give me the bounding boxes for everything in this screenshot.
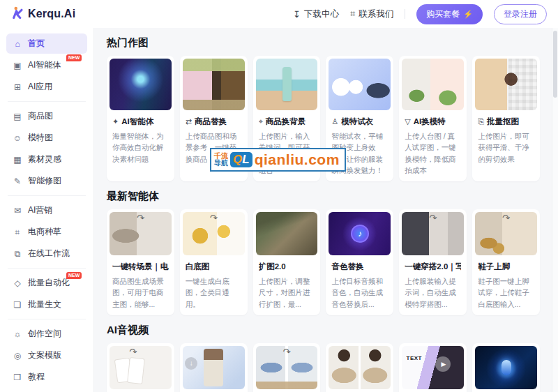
card-title-text: 一键转场景｜电... [112, 262, 169, 272]
card-grid: ↷一键转场景｜电...商品图生成场景图，可用于电商主图，能够...↷白底图一键生… [107, 209, 540, 315]
sidebar-item-1-1[interactable]: ☺模特图 [6, 128, 87, 148]
section-2: 最新智能体↷一键转场景｜电...商品图生成场景图，可用于电商主图，能够...↷白… [107, 190, 540, 315]
focus-icon: ⌖ [259, 117, 263, 126]
sidebar-item-1-3[interactable]: ✎智能修图 [6, 171, 87, 191]
logo-text: Kerqu.Ai [28, 8, 75, 20]
sidebar-item-2-0[interactable]: ✉AI营销 [6, 200, 87, 220]
watermark-domain: qianliu.com [255, 151, 340, 168]
header-divider [405, 9, 405, 19]
scrollbar-thumb[interactable] [553, 31, 557, 98]
tool-card[interactable]: 扩图2.0上传图片，调整尺寸，对图片进行扩图，最... [253, 209, 321, 315]
outfit-swap-thumbnail: ↷ [402, 212, 464, 255]
section-title: AI音视频 [107, 324, 540, 337]
sidebar-item-3-0[interactable]: ◇批量自动化NEW [6, 273, 87, 293]
person-icon: ♙ [331, 117, 338, 126]
text-video-thumbnail: ▶TEXT [402, 346, 464, 389]
sidebar-item-label: 智能修图 [28, 175, 61, 187]
forest-expand-thumbnail [256, 212, 318, 255]
tool-card[interactable]: 视频对口型2.0根据音频自动生成对口型的视频，时长不限。 [326, 343, 393, 392]
card-description: 上传目标音频和音色，自动生成音色替换后... [331, 276, 388, 310]
contact-icon: ⌗ [350, 8, 355, 20]
arrow-icon: ↷ [137, 213, 144, 223]
sidebar-divider [8, 195, 86, 196]
ql-badge: QL [230, 152, 252, 167]
card-title: ✦AI智能体 [112, 116, 169, 127]
diamond-icon: ▽ [405, 117, 410, 126]
sidebar-item-0-0[interactable]: ⌂首页 [6, 33, 87, 54]
image-video-thumbnail: ↷ [256, 346, 318, 389]
shoes-legs-thumbnail: ↷ [475, 212, 537, 255]
sidebar-item-label: 批量自动化 [28, 277, 70, 289]
card-title-text: 扩图2.0 [259, 262, 286, 272]
login-register-button[interactable]: 登录注册 [494, 4, 547, 24]
tool-card[interactable]: ↷一键转场景｜电...商品图生成场景图，可用于电商主图，能够... [107, 209, 174, 315]
tool-card[interactable]: ✦AI智能体海量智能体，为你高效自动化解决素材问题 [107, 56, 174, 181]
sidebar-item-4-2[interactable]: ❒教程 [6, 367, 87, 387]
sidebar-item-label: 电商种草 [28, 226, 61, 238]
sidebar-item-label: 素材灵感 [28, 153, 61, 165]
tool-card[interactable]: ↓数字人3.0上传照片、音频或输入内容，轻松生成数字... [180, 343, 248, 392]
copy-template-icon: ◎ [13, 351, 22, 361]
sidebar-item-2-2[interactable]: ⧉在线工作流 [6, 243, 87, 264]
card-description: 海量智能体，为你高效自动化解决素材问题 [112, 130, 169, 165]
card-description: 一键生成白底图，全类目通用。 [186, 276, 242, 310]
arrow-icon: ↷ [129, 347, 137, 357]
sidebar-item-label: AI智能体 [28, 59, 61, 71]
sidebar-item-label: 商品图 [28, 110, 53, 122]
ecommerce-icon: ⌗ [13, 227, 22, 237]
logo-icon [11, 6, 24, 22]
page: Kerqu.Ai ↧ 下载中心 ⌗ 联系我们 购买套餐 ⚡ 登录注册 ⌂首页▣A… [0, 0, 558, 392]
buy-package-button[interactable]: 购买套餐 ⚡ [416, 4, 483, 24]
sidebar-item-label: 批量生文 [28, 299, 61, 310]
download-icon: ↧ [293, 9, 301, 20]
tool-card[interactable]: ↷一键穿搭2.0｜写...上传服装输入提示词，自动生成模特穿搭图... [399, 209, 467, 315]
card-title: ⎘批量抠图 [478, 116, 534, 127]
sidebar-item-label: 创作空间 [28, 328, 61, 340]
beach-bottle-thumbnail [256, 59, 318, 110]
card-title: ⇄商品替换 [186, 116, 242, 127]
model-image-icon: ☺ [13, 133, 22, 143]
card-title: 扩图2.0 [259, 262, 315, 272]
agent-icon: ▣ [13, 61, 22, 70]
contact-us-link[interactable]: ⌗ 联系我们 [350, 8, 393, 20]
tool-card[interactable]: ↷图生视频输入描述动作、画面后生成视频 [253, 343, 321, 392]
card-title-text: 模特试衣 [341, 116, 373, 127]
arrow-icon: ↷ [502, 213, 510, 223]
download-center-link[interactable]: ↧ 下载中心 [293, 8, 339, 20]
tool-card[interactable]: ↷白底图一键生成白底图，全类目通用。 [180, 209, 248, 315]
tool-card[interactable]: ↷首尾帧视频上传首帧图片和尾帧图片，输入提示词，生... [107, 343, 174, 392]
tutorial-icon: ❒ [13, 372, 22, 382]
qianliu-watermark: 千流 导航 QL qianliu.com [210, 148, 346, 172]
tool-card[interactable]: ♪音色替换上传目标音频和音色，自动生成音色替换后... [326, 209, 393, 315]
tool-card[interactable]: ↷鞋子上脚鞋子图一键上脚试穿，上传鞋子白底图输入... [472, 209, 540, 315]
tool-card[interactable]: ⎘批量抠图上传图片，即可获得平滑、干净的剪切效果 [472, 56, 540, 181]
sidebar-item-label: 首页 [28, 38, 45, 50]
sidebar-item-0-2[interactable]: ⊞AI应用 [6, 77, 87, 97]
tech-human-thumbnail [110, 59, 172, 110]
sidebar-item-1-2[interactable]: ▦素材灵感 [6, 149, 87, 169]
sidebar-item-4-1[interactable]: ◎文案模版 [6, 345, 87, 365]
sidebar-item-0-1[interactable]: ▣AI智能体NEW [6, 55, 87, 75]
new-badge: NEW [66, 54, 82, 61]
sidebar-item-2-1[interactable]: ⌗电商种草 [6, 222, 87, 242]
section-title: 最新智能体 [107, 190, 540, 203]
new-badge: NEW [66, 272, 82, 279]
card-title-text: 一键穿搭2.0｜写... [405, 262, 461, 272]
sidebar-divider [8, 319, 86, 319]
tool-card[interactable]: ▽AI换模特上传人台图 / 真人试穿图，一键换模特，降低商拍成本 [399, 56, 467, 181]
tool-card[interactable]: 语音克隆3.0长文本转语音，复刻声音情感、口音和风格... [472, 343, 540, 392]
sidebar-item-3-1[interactable]: ❏批量生文 [6, 294, 87, 315]
pose-frames-thumbnail: ↷ [110, 346, 172, 389]
sidebar-item-1-0[interactable]: ▤商品图 [6, 106, 87, 126]
portrait-cutout-thumbnail [475, 59, 537, 110]
logo[interactable]: Kerqu.Ai [11, 6, 75, 22]
workflow-icon: ⧉ [13, 249, 22, 259]
tool-card[interactable]: ▶TEXT文生视频2.0输入文字，描述你想创作的画面内容、运动... [399, 343, 467, 392]
card-title: 音色替换 [331, 262, 388, 272]
card-title: ⌖商品换背景 [259, 116, 315, 127]
sidebar-item-label: 教程 [28, 371, 45, 383]
sidebar-divider [8, 101, 86, 102]
sidebar-item-4-0[interactable]: ☼创作空间 [6, 324, 87, 344]
vertical-scrollbar[interactable] [552, 28, 558, 392]
card-title-text: AI智能体 [121, 116, 153, 127]
